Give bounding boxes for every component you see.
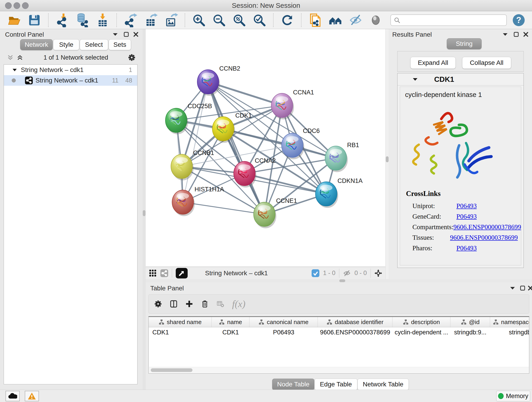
open-session-button[interactable] [7,13,22,27]
entry-header[interactable]: CDK1 [398,73,524,85]
share-document-button[interactable] [308,13,323,27]
cloud-button[interactable] [6,391,20,401]
crosslink-link[interactable]: 9606.ENSP00000378699 [450,234,518,241]
refresh-button[interactable] [280,13,295,27]
eye-slash-button[interactable] [348,13,363,27]
tab-network-table[interactable]: Network Table [357,379,409,390]
panel-close-icon[interactable] [526,284,532,292]
zoom-out-icon [212,13,226,27]
network-collection-row[interactable]: String Network – cdk1 1 [4,65,137,75]
column-header-namespace[interactable]: namespace [490,317,529,327]
entry-collapse-caret-icon[interactable] [411,75,419,83]
import-table-button[interactable] [95,13,110,27]
panel-collapse-icon[interactable] [509,284,516,292]
delete-table-icon[interactable] [216,300,224,308]
collapse-all-chevron-icon[interactable] [16,54,24,61]
network-share-icon[interactable] [160,269,168,277]
delete-column-icon[interactable] [201,300,209,308]
table-cell: CDK1 [212,329,249,336]
network-canvas[interactable]: CCNB2CCNA1CDC25BCDK1CDC6RB1CCNB1CCNA2CDK… [146,29,385,267]
show-columns-icon[interactable] [170,300,177,308]
add-column-icon[interactable] [185,300,193,308]
network-node-CDKN1A[interactable] [316,182,338,208]
splitter-grip[interactable] [386,156,389,162]
tree-expand-caret-icon[interactable] [11,66,19,74]
zoom-selected-button[interactable] [252,13,267,27]
network-node-CCNB2[interactable] [197,70,220,96]
column-header-database-identifier[interactable]: database identifier [318,317,393,327]
crosshair-move-icon[interactable] [374,269,382,277]
crosslink-link[interactable]: 9606.ENSP00000378699 [453,223,521,231]
function-builder-icon[interactable]: f(x) [232,298,245,309]
selected-checkbox-icon[interactable] [312,269,319,277]
sphere-button[interactable] [368,13,383,27]
column-header-description[interactable]: description [393,317,450,327]
tab-style[interactable]: Style [53,39,79,50]
network-node-CCNA1[interactable] [271,93,294,119]
export-network-icon [123,13,138,27]
panel-float-icon[interactable] [122,31,130,38]
network-node-CDC25B[interactable] [165,108,188,134]
collapse-all-button[interactable]: Collapse All [462,57,511,69]
network-badge-icon [25,77,33,84]
network-view-toolbar: String Network – cdk1 1 - 0 0 - 0 [146,267,385,279]
tab-node-table[interactable]: Node Table [272,379,314,390]
column-header--id[interactable]: @id [450,317,490,327]
network-node-CCNE1[interactable] [254,202,276,228]
crosslink-link[interactable]: P06493 [456,213,477,220]
panel-collapse-icon[interactable] [111,31,119,38]
export-network-button[interactable] [123,13,138,27]
crosslink-link[interactable]: P06493 [456,244,477,252]
tab-sets[interactable]: Sets [109,39,131,50]
left-splitter[interactable] [143,29,146,390]
zoom-in-button[interactable] [191,13,206,27]
attribute-icon [493,319,499,325]
gear-icon[interactable] [128,54,136,61]
column-header-shared-name[interactable]: shared name [149,317,212,327]
network-node-HIST1H1A[interactable] [172,190,195,216]
network-node-RB1[interactable] [325,146,348,172]
zoom-fit-button[interactable] [232,13,247,27]
panel-float-icon[interactable] [519,284,526,292]
network-node-CDK1[interactable] [212,117,235,143]
column-header-name[interactable]: name [212,317,249,327]
horizontal-splitter[interactable] [146,279,532,282]
save-session-button[interactable] [27,13,42,27]
control-panel: Control Panel Network Style Select Sets … [0,29,143,390]
expand-all-button[interactable]: Expand All [410,57,456,69]
crosslink-link[interactable]: P06493 [456,202,477,210]
network-row[interactable]: String Network – cdk1 11 48 [4,75,137,86]
import-network-database-button[interactable] [75,13,90,27]
network-edge [208,82,264,214]
panel-close-icon[interactable] [132,31,140,38]
scrollbar-thumb[interactable] [151,368,192,372]
grid-view-icon[interactable] [149,269,157,277]
panel-float-icon[interactable] [512,31,520,38]
table-horizontal-scrollbar[interactable] [149,367,529,373]
tab-network[interactable]: Network [20,39,53,50]
import-network-file-button[interactable] [55,13,70,27]
hidden-eye-icon[interactable] [343,269,351,277]
network-node-CCNA2[interactable] [234,161,256,187]
export-table-button[interactable] [143,13,158,27]
panel-close-icon[interactable] [522,31,530,38]
export-image-button[interactable] [164,13,178,27]
birds-eye-view-button[interactable] [176,268,188,279]
expand-all-chevron-icon[interactable] [6,54,14,61]
zoom-out-button[interactable] [212,13,226,27]
splitter-grip[interactable] [339,279,345,282]
houses-button[interactable] [328,13,343,27]
tab-string[interactable]: String [447,38,481,49]
right-splitter[interactable] [385,29,389,279]
tab-select[interactable]: Select [80,39,108,50]
column-header-canonical-name[interactable]: canonical name [249,317,318,327]
tab-edge-table[interactable]: Edge Table [314,379,357,390]
memory-button[interactable]: Memory [496,391,530,401]
help-button[interactable]: ? [512,14,525,27]
table-row[interactable]: CDK1CDK1P064939606.ENSP00000378699cyclin… [149,327,529,337]
splitter-grip[interactable] [143,210,146,216]
panel-collapse-icon[interactable] [501,31,509,38]
table-settings-gear-icon[interactable] [154,300,162,308]
warning-button[interactable] [25,391,39,401]
search-input[interactable] [402,16,504,24]
